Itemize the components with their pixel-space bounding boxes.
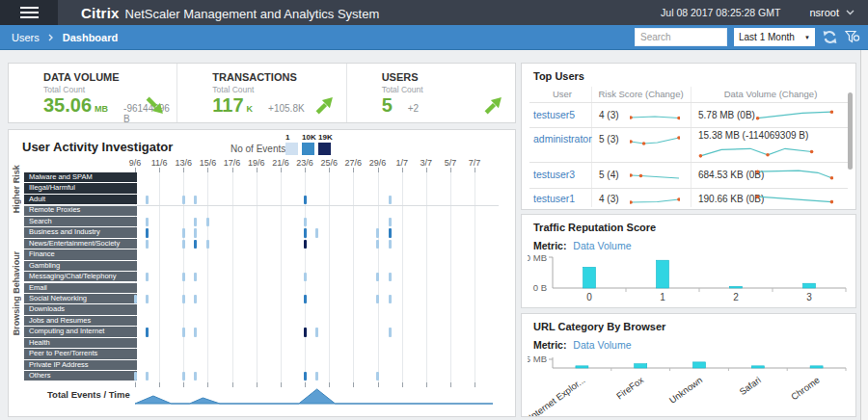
heatmap-cell[interactable] (146, 218, 149, 227)
heatmap-cell[interactable] (389, 196, 392, 205)
heatmap-cell[interactable] (182, 372, 185, 381)
scrollbar-thumb[interactable] (848, 92, 853, 170)
browser-bar[interactable] (635, 364, 647, 368)
heatmap-cell[interactable] (304, 295, 307, 304)
menu-icon[interactable] (0, 0, 58, 25)
browser-bar[interactable] (576, 366, 588, 368)
category-row-news-entertainment-society[interactable]: News/Entertainment/Society (24, 239, 137, 249)
heatmap-cell[interactable] (389, 240, 392, 249)
heatmap-cell[interactable] (182, 228, 185, 238)
heatmap-cell[interactable] (134, 372, 137, 381)
heatmap-cell[interactable] (304, 273, 307, 282)
heatmap-cell[interactable] (182, 240, 185, 249)
breadcrumb-users[interactable]: Users (12, 32, 40, 43)
heatmap-cell[interactable] (194, 328, 197, 337)
heatmap-cell[interactable] (304, 228, 307, 238)
heatmap-cell[interactable] (194, 228, 197, 238)
heatmap-cell[interactable] (376, 295, 379, 304)
category-row-jobs-and-resumes[interactable]: Jobs and Resumes (24, 316, 137, 326)
category-row-others[interactable]: Others (24, 371, 137, 381)
heatmap-cell[interactable] (315, 328, 318, 337)
heatmap-cell[interactable] (376, 228, 379, 238)
category-row-remote-proxies[interactable]: Remote Proxies (24, 205, 137, 215)
category-row-messaging-chat-telephony[interactable]: Messaging/Chat/Telephony (24, 272, 137, 281)
category-row-illegal-harmful[interactable]: Illegal/Harmful (24, 183, 137, 193)
risk-sparkline-wrap (630, 134, 680, 151)
category-row-computing-and-internet[interactable]: Computing and Internet (24, 327, 137, 336)
heatmap-cell[interactable] (194, 196, 197, 205)
time-range-select[interactable]: Last 1 Month ▼ (734, 28, 815, 46)
heatmap-cell[interactable] (304, 328, 307, 337)
traffic-bar[interactable] (657, 260, 669, 288)
breadcrumb-dashboard[interactable]: Dashboard (63, 32, 118, 43)
category-row-gambling[interactable]: Gambling (24, 261, 137, 271)
user-menu[interactable]: nsroot (809, 7, 854, 18)
category-row-business-and-industry[interactable]: Business and Industry (24, 227, 137, 237)
heatmap-cell[interactable] (376, 240, 379, 249)
heatmap-cell[interactable] (146, 372, 149, 381)
heatmap-cell[interactable] (304, 196, 307, 205)
heatmap-cell[interactable] (146, 196, 149, 205)
heatmap-cell[interactable] (182, 295, 185, 304)
traffic-bar[interactable] (583, 267, 596, 288)
category-row-email[interactable]: Email (24, 283, 137, 293)
heatmap-cell[interactable] (304, 372, 307, 381)
heatmap-cell[interactable] (146, 328, 149, 337)
heatmap-cell[interactable] (194, 240, 197, 249)
browser-bar[interactable] (810, 366, 823, 368)
svg-text:0: 0 (586, 292, 592, 302)
heatmap-cell[interactable] (389, 328, 392, 337)
heatmap-cell[interactable] (194, 273, 197, 282)
browser-bar[interactable] (693, 362, 706, 368)
stat-value: 5 (382, 94, 393, 116)
category-row-malware-and-spam[interactable]: Malware and SPAM (24, 172, 137, 182)
user-link-testuser1[interactable]: testuser1 (533, 193, 575, 204)
category-row-peer-to-peer-torrents[interactable]: Peer to Peer/Torrents (24, 349, 137, 358)
stat-delta: +105.8K (268, 103, 305, 114)
traffic-bar[interactable] (730, 286, 743, 288)
heatmap-cell[interactable] (194, 218, 197, 227)
user-link-administrator[interactable]: administrator (533, 133, 592, 144)
category-row-social-networking[interactable]: Social Networking (24, 294, 137, 303)
heatmap-cell[interactable] (389, 218, 392, 227)
heatmap-cell[interactable] (134, 295, 137, 304)
stat-unit: MB (95, 104, 108, 114)
search-input[interactable] (635, 28, 727, 46)
heatmap-cell[interactable] (389, 273, 392, 282)
traffic-reputation-panel: Traffic Reputation Score Metric: Data Vo… (521, 214, 856, 308)
heatmap-cell[interactable] (315, 228, 318, 238)
heatmap-cell[interactable] (146, 295, 149, 304)
category-row-finance[interactable]: Finance (24, 249, 137, 259)
category-row-adult[interactable]: Adult (24, 195, 137, 204)
category-row-search[interactable]: Search (24, 217, 137, 226)
heatmap-cell[interactable] (182, 273, 185, 282)
heatmap-cell[interactable] (182, 196, 185, 205)
heatmap-cell[interactable] (206, 218, 209, 227)
user-link-testuser3[interactable]: testuser3 (533, 169, 575, 180)
category-row-health[interactable]: Health (24, 338, 137, 348)
heatmap-cell[interactable] (194, 372, 197, 381)
heatmap-cell[interactable] (315, 372, 318, 381)
category-row-downloads[interactable]: Downloads (24, 304, 137, 314)
heatmap-cell[interactable] (146, 228, 149, 238)
row-divider (529, 127, 848, 128)
heatmap-cell[interactable] (376, 273, 379, 282)
heatmap-cell[interactable] (194, 295, 197, 304)
page-scrollbar[interactable] (860, 50, 868, 420)
browser-bar[interactable] (751, 366, 764, 368)
filter-icon[interactable] (845, 30, 860, 44)
refresh-icon[interactable] (822, 29, 838, 45)
user-link-testuser5[interactable]: testuser5 (533, 109, 575, 120)
heatmap-cell[interactable] (304, 240, 307, 249)
heatmap-cell[interactable] (376, 372, 379, 381)
heatmap-cell[interactable] (389, 295, 392, 304)
heatmap-cell[interactable] (146, 240, 149, 249)
heatmap-cell[interactable] (206, 240, 209, 249)
heatmap-cell[interactable] (146, 273, 149, 282)
heatmap-cell[interactable] (304, 218, 307, 227)
category-row-private-ip-address[interactable]: Private IP Address (24, 360, 137, 370)
heatmap-cell[interactable] (389, 228, 392, 238)
heatmap-cell[interactable] (182, 328, 185, 337)
metric-value-link[interactable]: Data Volume (573, 240, 631, 251)
traffic-bar[interactable] (803, 283, 816, 288)
